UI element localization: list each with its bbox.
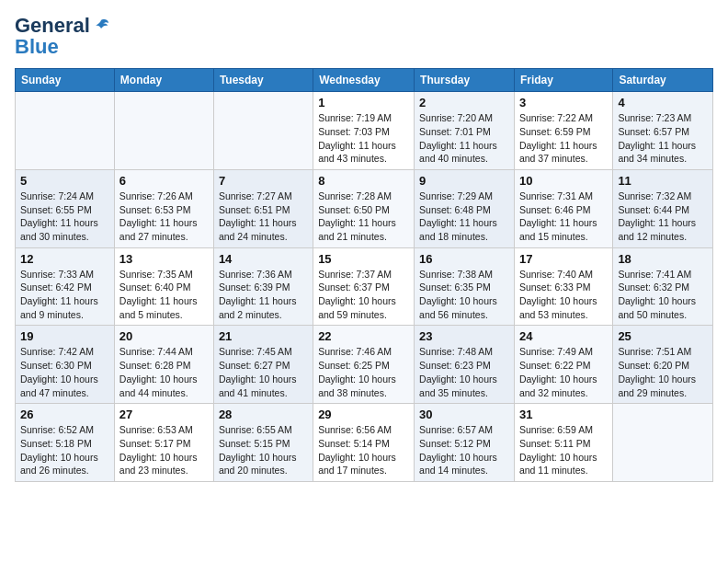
day-info: Sunrise: 7:31 AM Sunset: 6:46 PM Dayligh… [519,190,608,244]
weekday-header-row: SundayMondayTuesdayWednesdayThursdayFrid… [16,69,713,92]
day-number: 9 [419,174,509,188]
day-number: 29 [318,408,409,421]
day-number: 28 [219,408,308,421]
day-info: Sunrise: 6:57 AM Sunset: 5:12 PM Dayligh… [419,423,509,477]
day-number: 19 [20,329,109,343]
calendar-cell: 2Sunrise: 7:20 AM Sunset: 7:01 PM Daylig… [415,92,515,170]
day-info: Sunrise: 7:44 AM Sunset: 6:28 PM Dayligh… [119,345,209,399]
day-info: Sunrise: 7:26 AM Sunset: 6:53 PM Dayligh… [119,190,209,244]
day-number: 4 [618,96,708,109]
day-number: 30 [419,408,509,421]
calendar-cell: 4Sunrise: 7:23 AM Sunset: 6:57 PM Daylig… [613,92,713,170]
day-info: Sunrise: 7:19 AM Sunset: 7:03 PM Dayligh… [318,111,409,166]
day-number: 2 [419,96,509,109]
day-info: Sunrise: 7:22 AM Sunset: 6:59 PM Dayligh… [519,111,608,166]
day-info: Sunrise: 7:23 AM Sunset: 6:57 PM Dayligh… [618,111,708,166]
day-number: 26 [20,408,109,421]
calendar-cell: 27Sunrise: 6:53 AM Sunset: 5:17 PM Dayli… [114,404,213,482]
calendar-cell: 8Sunrise: 7:28 AM Sunset: 6:50 PM Daylig… [313,169,415,247]
day-info: Sunrise: 7:48 AM Sunset: 6:23 PM Dayligh… [419,345,509,399]
day-number: 3 [519,96,608,109]
day-info: Sunrise: 7:41 AM Sunset: 6:32 PM Dayligh… [618,268,708,322]
day-info: Sunrise: 6:56 AM Sunset: 5:14 PM Dayligh… [318,423,409,477]
day-number: 27 [119,408,209,421]
day-info: Sunrise: 7:20 AM Sunset: 7:01 PM Dayligh… [419,111,509,166]
calendar-cell: 9Sunrise: 7:29 AM Sunset: 6:48 PM Daylig… [415,169,515,247]
calendar-cell: 3Sunrise: 7:22 AM Sunset: 6:59 PM Daylig… [514,92,612,170]
day-info: Sunrise: 6:53 AM Sunset: 5:17 PM Dayligh… [119,423,209,477]
week-row-4: 19Sunrise: 7:42 AM Sunset: 6:30 PM Dayli… [16,326,713,404]
day-number: 5 [20,174,109,188]
weekday-header-tuesday: Tuesday [213,69,313,92]
day-number: 7 [219,174,308,188]
calendar-cell: 26Sunrise: 6:52 AM Sunset: 5:18 PM Dayli… [16,404,115,482]
day-number: 20 [119,329,209,343]
day-info: Sunrise: 7:24 AM Sunset: 6:55 PM Dayligh… [20,190,109,244]
day-info: Sunrise: 7:27 AM Sunset: 6:51 PM Dayligh… [219,190,308,244]
calendar-cell: 6Sunrise: 7:26 AM Sunset: 6:53 PM Daylig… [114,169,213,247]
week-row-2: 5Sunrise: 7:24 AM Sunset: 6:55 PM Daylig… [16,169,713,247]
calendar-cell: 18Sunrise: 7:41 AM Sunset: 6:32 PM Dayli… [613,247,713,326]
calendar-cell: 21Sunrise: 7:45 AM Sunset: 6:27 PM Dayli… [213,326,313,404]
day-number: 6 [119,174,209,188]
day-number: 17 [519,252,608,266]
calendar-cell: 24Sunrise: 7:49 AM Sunset: 6:22 PM Dayli… [514,326,612,404]
day-info: Sunrise: 6:52 AM Sunset: 5:18 PM Dayligh… [20,423,109,477]
calendar-cell: 7Sunrise: 7:27 AM Sunset: 6:51 PM Daylig… [213,169,313,247]
calendar-cell [613,404,713,482]
day-info: Sunrise: 7:40 AM Sunset: 6:33 PM Dayligh… [519,268,608,322]
calendar-cell: 31Sunrise: 6:59 AM Sunset: 5:11 PM Dayli… [514,404,612,482]
calendar-cell: 11Sunrise: 7:32 AM Sunset: 6:44 PM Dayli… [613,169,713,247]
weekday-header-sunday: Sunday [16,69,115,92]
day-number: 14 [219,252,308,266]
day-info: Sunrise: 7:35 AM Sunset: 6:40 PM Dayligh… [119,268,209,322]
calendar-cell: 14Sunrise: 7:36 AM Sunset: 6:39 PM Dayli… [213,247,313,326]
day-number: 31 [519,408,608,421]
day-number: 24 [519,329,608,343]
day-number: 18 [618,252,708,266]
calendar-cell: 15Sunrise: 7:37 AM Sunset: 6:37 PM Dayli… [313,247,415,326]
calendar-cell: 5Sunrise: 7:24 AM Sunset: 6:55 PM Daylig… [16,169,115,247]
day-info: Sunrise: 7:37 AM Sunset: 6:37 PM Dayligh… [318,268,409,322]
weekday-header-wednesday: Wednesday [313,69,415,92]
calendar-cell: 22Sunrise: 7:46 AM Sunset: 6:25 PM Dayli… [313,326,415,404]
day-number: 11 [618,174,708,188]
day-number: 23 [419,329,509,343]
logo: General Blue [15,15,110,57]
weekday-header-friday: Friday [514,69,612,92]
week-row-5: 26Sunrise: 6:52 AM Sunset: 5:18 PM Dayli… [16,404,713,482]
day-info: Sunrise: 7:45 AM Sunset: 6:27 PM Dayligh… [219,345,308,399]
calendar-cell: 19Sunrise: 7:42 AM Sunset: 6:30 PM Dayli… [16,326,115,404]
calendar-cell [16,92,115,170]
day-number: 15 [318,252,409,266]
day-info: Sunrise: 7:51 AM Sunset: 6:20 PM Dayligh… [618,345,708,399]
weekday-header-saturday: Saturday [613,69,713,92]
day-info: Sunrise: 7:32 AM Sunset: 6:44 PM Dayligh… [618,190,708,244]
logo-blue-text: Blue [15,37,110,57]
calendar-cell: 29Sunrise: 6:56 AM Sunset: 5:14 PM Dayli… [313,404,415,482]
day-number: 10 [519,174,608,188]
calendar-cell: 28Sunrise: 6:55 AM Sunset: 5:15 PM Dayli… [213,404,313,482]
logo-bird-icon [92,17,110,36]
calendar-cell [213,92,313,170]
day-number: 22 [318,329,409,343]
day-info: Sunrise: 7:33 AM Sunset: 6:42 PM Dayligh… [20,268,109,322]
calendar-cell: 25Sunrise: 7:51 AM Sunset: 6:20 PM Dayli… [613,326,713,404]
logo-text: General [15,15,110,37]
day-info: Sunrise: 7:28 AM Sunset: 6:50 PM Dayligh… [318,190,409,244]
day-number: 13 [119,252,209,266]
weekday-header-monday: Monday [114,69,213,92]
day-number: 21 [219,329,308,343]
calendar-cell: 23Sunrise: 7:48 AM Sunset: 6:23 PM Dayli… [415,326,515,404]
calendar-cell: 17Sunrise: 7:40 AM Sunset: 6:33 PM Dayli… [514,247,612,326]
day-number: 12 [20,252,109,266]
day-info: Sunrise: 7:46 AM Sunset: 6:25 PM Dayligh… [318,345,409,399]
day-number: 8 [318,174,409,188]
calendar-cell: 16Sunrise: 7:38 AM Sunset: 6:35 PM Dayli… [415,247,515,326]
day-info: Sunrise: 7:49 AM Sunset: 6:22 PM Dayligh… [519,345,608,399]
week-row-1: 1Sunrise: 7:19 AM Sunset: 7:03 PM Daylig… [16,92,713,170]
page-header: General Blue [15,15,713,57]
calendar-cell [114,92,213,170]
week-row-3: 12Sunrise: 7:33 AM Sunset: 6:42 PM Dayli… [16,247,713,326]
day-info: Sunrise: 7:38 AM Sunset: 6:35 PM Dayligh… [419,268,509,322]
